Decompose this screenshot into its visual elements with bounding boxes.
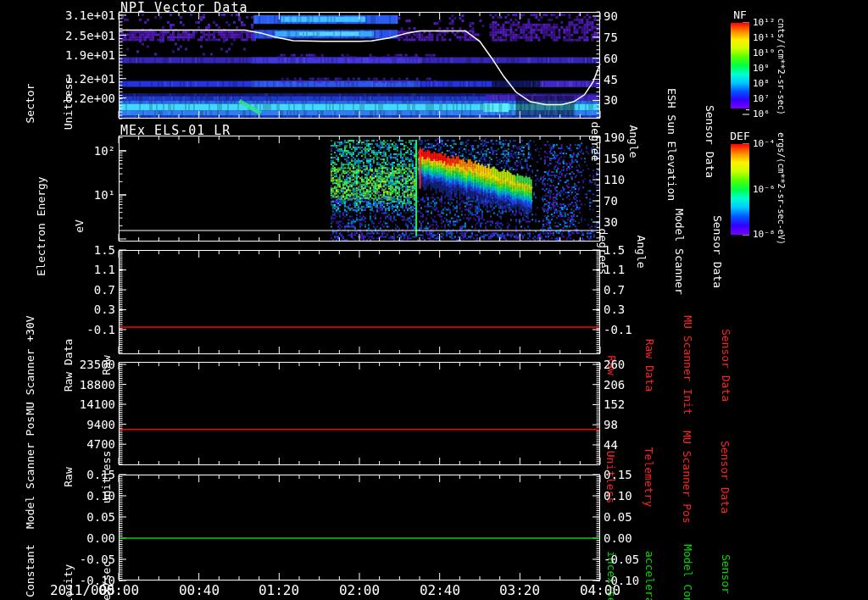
x-tick-label: 01:20 (238, 582, 320, 598)
y-tick-label-right: 0.05 (604, 510, 632, 524)
colorbar-tick-label-nf: 10¹¹ (753, 32, 776, 43)
panel-border (120, 13, 600, 119)
y-tick-label-left: 0.7 (0, 283, 115, 297)
panel-border (120, 136, 600, 242)
panel-border (120, 475, 600, 581)
colorbar-def (731, 144, 749, 235)
y-tick-label-right: 75 (604, 31, 618, 44)
panel-ticks (119, 12, 600, 119)
panel-border (120, 363, 600, 465)
x-tick-label: 00:00 (78, 582, 159, 598)
y-tick-label-left: 1.9e+01 (0, 48, 115, 62)
y-tick-label-right: 0.00 (604, 531, 632, 545)
y-tick-label-right: 1.5 (604, 243, 625, 257)
panel2-right-axis-label: Sensor Data Model Scanner Angle degrees (571, 199, 749, 305)
y-tick-label-left: 1.5 (0, 243, 115, 257)
y-tick-label-right: 0.3 (604, 303, 625, 316)
y-tick-label-right: 30 (604, 93, 618, 107)
y-tick-label-left: 2.5e+01 (0, 29, 115, 42)
panel-ticks (119, 136, 600, 241)
y-tick-label-left: 14100 (0, 397, 115, 411)
panel-ticks (119, 250, 600, 353)
y-tick-label-right: 30 (604, 215, 618, 229)
x-tick-label: 02:00 (319, 582, 400, 598)
colorbar-tick-label-def: 10⁻⁶ (753, 184, 776, 195)
y-tick-label-left: 0.00 (0, 531, 115, 545)
panel1-right-axis-label: Sensor Data ESH Sun Elevation Angle degr… (564, 88, 742, 195)
sun-elevation-line (119, 31, 600, 105)
panel1-title: NPI Vector Data (120, 0, 248, 15)
y-tick-label-right: 60 (604, 52, 618, 65)
colorbar-tick-label-nf: 10⁶ (753, 108, 770, 119)
y-tick-label-left: 3.1e+01 (0, 8, 115, 22)
x-tick-label: 02:40 (399, 582, 481, 598)
colorbar-def-title: DEF (725, 130, 755, 142)
y-tick-label-right: 110 (604, 173, 625, 186)
y-tick-label-right: 152 (604, 397, 625, 411)
y-tick-label-left: -0.1 (0, 323, 115, 336)
colorbar-tick-label-nf: 10⁸ (753, 78, 770, 89)
colorbar-tick-label-nf: 10¹² (753, 17, 776, 28)
y-tick-label-right: 44 (604, 438, 618, 452)
panel-ticks (119, 363, 600, 464)
y-tick-label-right: 0.10 (604, 489, 632, 503)
y-tick-label-right: 260 (604, 358, 625, 371)
y-tick-label-left: 0.15 (0, 468, 115, 481)
colorbar-tick-label-nf: 10¹⁰ (753, 47, 776, 58)
y-tick-label-left: 6.2e+00 (0, 92, 115, 105)
y-tick-label-left: 1.1 (0, 263, 115, 276)
y-tick-label-left: 1.2e+01 (0, 72, 115, 86)
x-tick-label: 04:00 (559, 582, 641, 598)
y-tick-label-left: 0.05 (0, 510, 115, 524)
y-tick-label-left: 10¹ (0, 188, 115, 202)
y-tick-label-right: 0.7 (604, 283, 625, 297)
y-tick-label-left: 0.3 (0, 303, 115, 316)
colorbar-nf (731, 23, 749, 108)
y-tick-label-left: 9400 (0, 418, 115, 431)
y-tick-label-right: 0.15 (604, 468, 632, 481)
y-tick-label-right: 190 (604, 131, 625, 144)
colorbar-tick-label-nf: 10⁹ (753, 63, 770, 74)
y-tick-label-right: -0.1 (604, 323, 632, 336)
y-tick-label-right: 206 (604, 378, 625, 392)
y-tick-label-left: -0.05 (0, 553, 115, 566)
colorbar-nf-title: NF (725, 8, 755, 21)
y-tick-label-right: 70 (604, 194, 618, 208)
y-tick-label-left: 4700 (0, 437, 115, 451)
panel2-title: MEx ELS-01 LR (120, 123, 231, 138)
colorbar-tick-label-nf: 10⁷ (753, 93, 770, 104)
x-tick-label: 03:20 (479, 582, 560, 598)
y-tick-label-left: 0.10 (0, 489, 115, 503)
y-tick-label-right: 150 (604, 152, 625, 165)
y-tick-label-right: 98 (604, 418, 618, 431)
y-tick-label-left: 10² (0, 144, 115, 158)
y-tick-label-left: 23500 (0, 358, 115, 371)
y-tick-label-right: 90 (604, 9, 618, 23)
colorbar-nf-unit: cnts/(cm**2-sr-sec) (776, 12, 786, 122)
x-tick-label: 00:40 (159, 582, 240, 598)
y-tick-label-left: 18800 (0, 378, 115, 392)
y-tick-label-right: -0.05 (604, 553, 639, 566)
colorbar-tick-label-def: 10⁻⁸ (753, 229, 776, 240)
colorbar-tick-label-def: 10⁻⁴ (753, 138, 776, 149)
panel-border (120, 251, 600, 354)
y-tick-label-right: 45 (604, 73, 618, 86)
colorbar-def-unit: ergs/(cm**2-sr-sec-eV) (776, 117, 786, 261)
telemetry-plot-screen: NPI Vector Data MEx ELS-01 LR Sector Uni… (0, 0, 868, 600)
y-tick-label-right: 1.1 (604, 263, 625, 276)
panel-ticks (119, 475, 600, 581)
